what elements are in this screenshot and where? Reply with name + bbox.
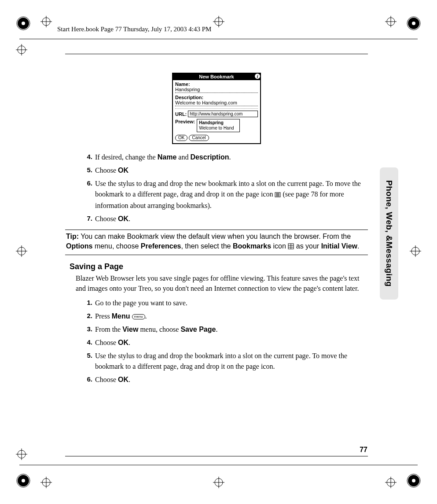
crop-decoration-icon <box>406 16 421 31</box>
name-value: Handspring <box>175 87 258 93</box>
svg-point-11 <box>412 479 415 482</box>
page-icon <box>275 190 281 200</box>
step-4: 4. If desired, change the Name and Descr… <box>83 152 368 163</box>
dialog-title: New Bookmark i <box>173 74 260 80</box>
step-b2: 2. Press Menu menu. <box>83 311 368 322</box>
menu-button-icon: menu <box>132 314 145 319</box>
registration-mark-icon <box>213 16 224 27</box>
step-5: 5. Choose OK <box>83 165 368 176</box>
svg-point-5 <box>412 22 415 25</box>
section-description: Blazer Web Browser lets you save single … <box>65 273 368 293</box>
name-label: Name: <box>175 82 258 87</box>
registration-mark-icon <box>410 245 421 257</box>
content-top-rule <box>65 54 368 54</box>
crop-decoration-icon <box>16 473 31 488</box>
step-b3: 3. From the View menu, choose Save Page. <box>83 324 368 335</box>
steps-group-b: 1. Go to the page you want to save. 2. P… <box>65 298 368 385</box>
section-tab: Phone, Web, &Messaging <box>380 167 398 300</box>
description-value: Welcome to Handspring.com <box>175 100 258 106</box>
registration-mark-icon <box>16 44 27 56</box>
crop-decoration-icon <box>16 16 31 31</box>
bookmarks-icon <box>288 242 294 252</box>
registration-mark-icon <box>385 477 397 488</box>
registration-mark-icon <box>213 477 224 488</box>
ok-button: OK <box>175 135 187 141</box>
cancel-button: Cancel <box>189 135 209 141</box>
registration-mark-icon <box>40 477 52 488</box>
step-7: 7. Choose OK. <box>83 214 368 224</box>
registration-mark-icon <box>16 448 27 460</box>
svg-point-2 <box>22 22 25 25</box>
info-icon: i <box>254 73 261 80</box>
tip-rule-bottom <box>65 255 368 255</box>
svg-point-8 <box>22 479 25 482</box>
tip-rule-top <box>65 230 368 230</box>
page-number: 77 <box>360 446 367 454</box>
preview-label: Preview: <box>175 119 195 124</box>
step-b4: 4. Choose OK. <box>83 337 368 348</box>
page-header: Start Here.book Page 77 Thursday, July 1… <box>57 26 211 33</box>
crop-rule <box>19 465 418 465</box>
url-value: http://www.handspring.com <box>188 111 258 117</box>
crop-rule <box>19 39 418 39</box>
content-bottom-rule <box>65 456 368 456</box>
registration-mark-icon <box>16 245 27 257</box>
url-label: URL: <box>175 111 187 117</box>
tip-block: Tip: You can make Bookmark view the defa… <box>65 232 368 252</box>
registration-mark-icon <box>385 16 397 27</box>
description-label: Description: <box>175 95 258 100</box>
step-6: 6. Use the stylus to drag and drop the n… <box>83 178 368 211</box>
new-bookmark-dialog: New Bookmark i Name: Handspring Descript… <box>172 73 261 144</box>
preview-box: Handspring Welcome to Hand <box>197 119 240 132</box>
registration-mark-icon <box>40 16 52 27</box>
crop-decoration-icon <box>406 473 421 488</box>
section-heading: Saving a Page <box>70 262 368 271</box>
section-tab-label: Phone, Web, &Messaging <box>384 180 394 287</box>
step-b1: 1. Go to the page you want to save. <box>83 298 368 308</box>
step-b6: 6. Choose OK. <box>83 374 368 385</box>
step-b5: 5. Use the stylus to drag and drop the b… <box>83 351 368 372</box>
steps-group-a: 4. If desired, change the Name and Descr… <box>65 152 368 224</box>
